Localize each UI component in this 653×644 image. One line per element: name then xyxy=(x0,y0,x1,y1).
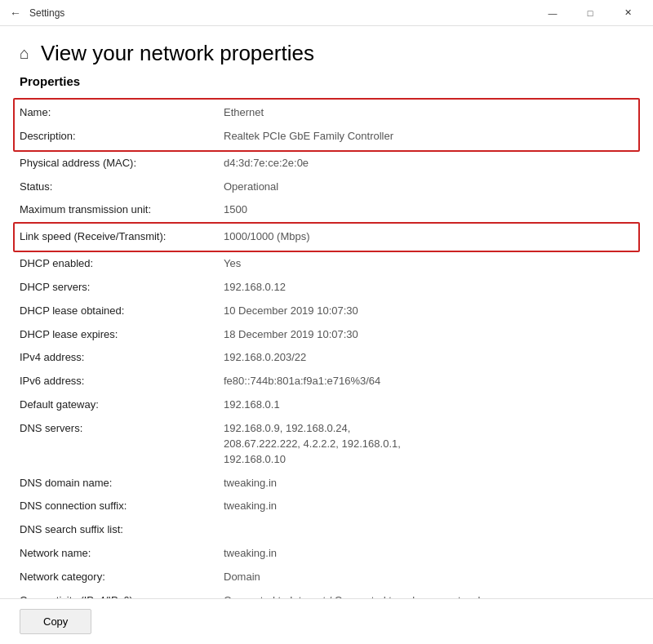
prop-label-dhcp-obtained: DHCP lease obtained: xyxy=(20,304,224,319)
home-icon[interactable]: ⌂ xyxy=(20,44,29,63)
table-row: Default gateway: 192.168.0.1 xyxy=(20,393,633,417)
prop-label-dns-servers: DNS servers: xyxy=(20,421,224,468)
prop-label-description: Description: xyxy=(20,129,224,144)
prop-value-network-category: Domain xyxy=(224,570,633,585)
prop-label-dhcp-expires: DHCP lease expires: xyxy=(20,327,224,343)
prop-label-mtu: Maximum transmission unit: xyxy=(20,202,224,218)
prop-label-name: Name: xyxy=(20,105,224,121)
table-row: Description: Realtek PCIe GbE Family Con… xyxy=(20,125,633,149)
prop-value-name: Ethernet xyxy=(224,105,633,121)
table-row: Connectivity (IPv4/IPv6): Connected to I… xyxy=(20,589,633,598)
prop-value-gateway: 192.168.0.1 xyxy=(224,398,633,413)
highlight-group-1: Name: Ethernet Description: Realtek PCIe… xyxy=(13,98,640,152)
prop-label-ipv6: IPv6 address: xyxy=(20,374,224,389)
table-row: DHCP servers: 192.168.0.12 xyxy=(20,276,633,300)
prop-label-dns-domain: DNS domain name: xyxy=(20,476,224,491)
footer: Copy xyxy=(0,598,653,644)
prop-label-mac: Physical address (MAC): xyxy=(20,156,224,171)
prop-label-dns-suffix: DNS connection suffix: xyxy=(20,499,224,514)
prop-value-dhcp-servers: 192.168.0.12 xyxy=(224,280,633,295)
prop-value-description: Realtek PCIe GbE Family Controller xyxy=(224,129,633,144)
title-bar-left: ← Settings xyxy=(10,7,64,20)
prop-value-dhcp-obtained: 10 December 2019 10:07:30 xyxy=(224,304,633,319)
table-row: Network name: tweaking.in xyxy=(20,542,633,566)
prop-value-dhcp-expires: 18 December 2019 10:07:30 xyxy=(224,327,633,343)
table-row: DNS search suffix list: xyxy=(20,518,633,542)
prop-label-network-category: Network category: xyxy=(20,570,224,585)
prop-value-mtu: 1500 xyxy=(224,202,633,218)
table-row: Network category: Domain xyxy=(20,566,633,589)
prop-value-mac: d4:3d:7e:ce:2e:0e xyxy=(224,156,633,171)
prop-label-dhcp-enabled: DHCP enabled: xyxy=(20,256,224,272)
prop-value-ipv4: 192.168.0.203/22 xyxy=(224,350,633,366)
app-header: ⌂ View your network properties xyxy=(0,26,653,74)
title-bar: ← Settings — □ ✕ xyxy=(0,0,653,26)
prop-label-gateway: Default gateway: xyxy=(20,398,224,413)
back-button[interactable]: ← xyxy=(10,7,21,20)
prop-label-dhcp-servers: DHCP servers: xyxy=(20,280,224,295)
title-bar-controls: — □ ✕ xyxy=(534,0,646,26)
section-title: Properties xyxy=(20,74,633,88)
table-row: IPv4 address: 192.168.0.203/22 xyxy=(20,346,633,370)
prop-value-dns-domain: tweaking.in xyxy=(224,476,633,491)
table-row: DHCP enabled: Yes xyxy=(20,252,633,276)
prop-label-dns-search: DNS search suffix list: xyxy=(20,522,224,538)
table-row: DHCP lease obtained: 10 December 2019 10… xyxy=(20,300,633,323)
prop-value-status: Operational xyxy=(224,180,633,195)
prop-label-ipv4: IPv4 address: xyxy=(20,350,224,366)
prop-value-linkspeed: 1000/1000 (Mbps) xyxy=(224,229,633,245)
minimize-button[interactable]: — xyxy=(534,0,571,26)
prop-label-network-name: Network name: xyxy=(20,546,224,562)
page-title: View your network properties xyxy=(41,41,314,66)
prop-value-dns-search xyxy=(224,522,633,538)
prop-label-status: Status: xyxy=(20,180,224,195)
table-row: Status: Operational xyxy=(20,175,633,199)
table-row: Maximum transmission unit: 1500 xyxy=(20,198,633,222)
copy-button[interactable]: Copy xyxy=(20,609,91,634)
prop-value-ipv6: fe80::744b:801a:f9a1:e716%3/64 xyxy=(224,374,633,389)
prop-value-network-name: tweaking.in xyxy=(224,546,633,562)
highlight-group-2: Link speed (Receive/Transmit): 1000/1000… xyxy=(13,222,640,252)
table-row: Name: Ethernet xyxy=(20,101,633,125)
table-row: IPv6 address: fe80::744b:801a:f9a1:e716%… xyxy=(20,370,633,393)
table-row: Link speed (Receive/Transmit): 1000/1000… xyxy=(20,225,633,249)
prop-value-dhcp-enabled: Yes xyxy=(224,256,633,272)
table-row: DNS connection suffix: tweaking.in xyxy=(20,495,633,518)
prop-value-dns-servers: 192.168.0.9, 192.168.0.24,208.67.222.222… xyxy=(224,421,633,468)
properties-table: Name: Ethernet Description: Realtek PCIe… xyxy=(20,98,633,598)
prop-label-linkspeed: Link speed (Receive/Transmit): xyxy=(20,229,224,245)
table-row: Physical address (MAC): d4:3d:7e:ce:2e:0… xyxy=(20,152,633,175)
table-row: DNS servers: 192.168.0.9, 192.168.0.24,2… xyxy=(20,417,633,472)
content-area: Properties Name: Ethernet Description: R… xyxy=(0,74,653,598)
maximize-button[interactable]: □ xyxy=(571,0,609,26)
prop-value-dns-suffix: tweaking.in xyxy=(224,499,633,514)
title-bar-title: Settings xyxy=(29,7,64,19)
close-button[interactable]: ✕ xyxy=(609,0,646,26)
table-row: DHCP lease expires: 18 December 2019 10:… xyxy=(20,323,633,347)
table-row: DNS domain name: tweaking.in xyxy=(20,472,633,495)
